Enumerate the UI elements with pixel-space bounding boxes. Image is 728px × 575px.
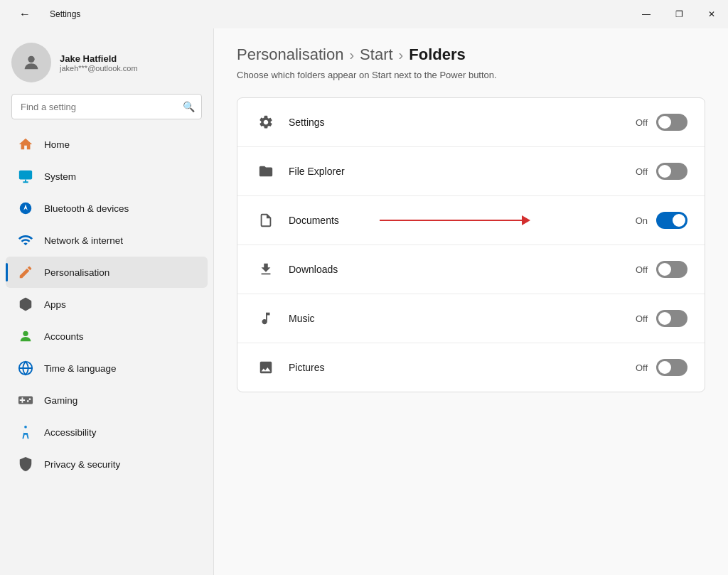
breadcrumb: Personalisation › Start › Folders: [237, 45, 705, 64]
pictures-toggle[interactable]: [656, 359, 687, 376]
sidebar-item-label-privacy: Privacy & security: [44, 459, 120, 470]
settings-row-file-explorer: File ExplorerOff: [237, 147, 705, 196]
settings-row-settings: SettingsOff: [237, 98, 705, 147]
svg-point-3: [23, 331, 28, 336]
privacy-icon: [17, 456, 34, 473]
page-description: Choose which folders appear on Start nex…: [237, 70, 705, 80]
file-explorer-icon: [255, 160, 277, 183]
user-info: Jake Hatfield jakeh***@outlook.com: [60, 53, 138, 72]
downloads-toggle[interactable]: [656, 261, 687, 278]
apps-icon: [17, 296, 34, 313]
sidebar-item-label-accessibility: Accessibility: [44, 427, 97, 438]
pictures-icon: [255, 356, 277, 379]
settings-row-pictures: PicturesOff: [237, 343, 705, 392]
home-icon: [17, 136, 34, 153]
svg-point-5: [24, 426, 27, 429]
sidebar-item-system[interactable]: System: [6, 161, 208, 192]
breadcrumb-part1: Personalisation: [237, 45, 343, 64]
system-icon: [17, 168, 34, 185]
sidebar-item-label-personalisation: Personalisation: [44, 267, 109, 278]
search-icon: 🔍: [183, 101, 195, 112]
breadcrumb-part2: Start: [360, 45, 392, 64]
time-icon: [17, 360, 34, 377]
back-button[interactable]: ←: [9, 0, 41, 28]
sidebar: Jake Hatfield jakeh***@outlook.com 🔍 Hom…: [0, 28, 213, 575]
documents-icon: [255, 209, 277, 232]
downloads-label: Downloads: [289, 264, 636, 275]
sidebar-item-label-network: Network & internet: [44, 235, 123, 246]
sidebar-item-label-apps: Apps: [44, 299, 66, 310]
sidebar-item-label-accounts: Accounts: [44, 331, 84, 342]
breadcrumb-sep1: ›: [349, 47, 354, 63]
sidebar-item-privacy[interactable]: Privacy & security: [6, 448, 208, 480]
maximize-button[interactable]: ❐: [663, 0, 695, 28]
sidebar-item-network[interactable]: Network & internet: [6, 225, 208, 256]
content-area: Personalisation › Start › Folders Choose…: [213, 28, 728, 575]
svg-point-0: [28, 56, 34, 63]
music-toggle[interactable]: [656, 310, 687, 327]
network-icon: [17, 232, 34, 249]
personalisation-icon: [17, 264, 34, 281]
documents-status: On: [636, 215, 648, 226]
pictures-status: Off: [636, 362, 648, 373]
user-email: jakeh***@outlook.com: [60, 64, 138, 72]
user-name: Jake Hatfield: [60, 53, 138, 64]
main-container: Jake Hatfield jakeh***@outlook.com 🔍 Hom…: [0, 28, 728, 575]
settings-icon: [255, 111, 277, 134]
music-status: Off: [636, 313, 648, 324]
sidebar-item-label-system: System: [44, 171, 76, 182]
sidebar-item-bluetooth[interactable]: Bluetooth & devices: [6, 193, 208, 224]
nav-menu: HomeSystemBluetooth & devicesNetwork & i…: [0, 128, 213, 480]
settings-row-music: MusicOff: [237, 294, 705, 343]
sidebar-item-home[interactable]: Home: [6, 129, 208, 160]
settings-status: Off: [636, 117, 648, 128]
file-explorer-toggle[interactable]: [656, 163, 687, 180]
sidebar-item-accounts[interactable]: Accounts: [6, 321, 208, 352]
sidebar-item-label-gaming: Gaming: [44, 395, 77, 406]
settings-list: SettingsOffFile ExplorerOffDocumentsOnDo…: [237, 97, 705, 392]
downloads-icon: [255, 258, 277, 281]
user-profile[interactable]: Jake Hatfield jakeh***@outlook.com: [0, 28, 213, 94]
music-label: Music: [289, 313, 636, 324]
documents-toggle[interactable]: [656, 212, 687, 229]
breadcrumb-current: Folders: [409, 45, 465, 64]
sidebar-item-label-home: Home: [44, 139, 70, 150]
settings-row-documents: DocumentsOn: [237, 196, 705, 245]
gaming-icon: [17, 392, 34, 409]
sidebar-item-label-bluetooth: Bluetooth & devices: [44, 203, 129, 214]
search-box: 🔍: [11, 94, 202, 119]
avatar: [11, 43, 51, 82]
bluetooth-icon: [17, 200, 34, 217]
downloads-status: Off: [636, 264, 648, 275]
close-button[interactable]: ✕: [695, 0, 728, 28]
pictures-label: Pictures: [289, 362, 636, 373]
sidebar-item-gaming[interactable]: Gaming: [6, 385, 208, 416]
file-explorer-label: File Explorer: [289, 166, 636, 177]
settings-row-downloads: DownloadsOff: [237, 245, 705, 294]
settings-label: Settings: [289, 117, 636, 128]
sidebar-item-apps[interactable]: Apps: [6, 289, 208, 320]
accounts-icon: [17, 328, 34, 345]
sidebar-item-personalisation[interactable]: Personalisation: [6, 257, 208, 288]
breadcrumb-sep2: ›: [399, 47, 404, 63]
svg-rect-1: [19, 171, 32, 180]
title-bar: ← Settings — ❐ ✕: [0, 0, 728, 28]
sidebar-item-accessibility[interactable]: Accessibility: [6, 417, 208, 448]
accessibility-icon: [17, 424, 34, 441]
search-input[interactable]: [11, 94, 202, 119]
music-icon: [255, 307, 277, 330]
sidebar-item-time[interactable]: Time & language: [6, 353, 208, 384]
sidebar-item-label-time: Time & language: [44, 363, 117, 374]
settings-toggle[interactable]: [656, 114, 687, 131]
arrow-annotation: [380, 215, 530, 225]
title-bar-title: Settings: [50, 9, 80, 19]
window-controls: — ❐ ✕: [630, 0, 728, 28]
minimize-button[interactable]: —: [630, 0, 663, 28]
file-explorer-status: Off: [636, 166, 648, 177]
